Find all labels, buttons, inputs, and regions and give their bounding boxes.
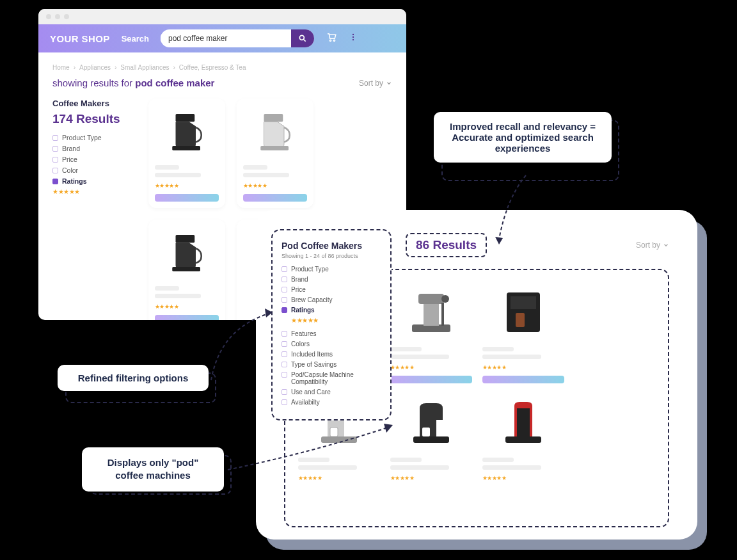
product-card[interactable]: ★★★★★: [482, 283, 564, 383]
filter-label: Colors: [291, 340, 310, 348]
svg-point-5: [353, 36, 354, 38]
filter-ratings[interactable]: Ratings: [281, 307, 381, 314]
product-card[interactable]: ★★★★★: [482, 394, 564, 486]
search-input[interactable]: [161, 34, 291, 43]
search-box: [161, 29, 314, 47]
search-icon: [298, 34, 307, 43]
svg-point-0: [299, 35, 304, 40]
svg-rect-27: [330, 428, 338, 436]
results-count-box: 86 Results: [406, 233, 487, 257]
product-card[interactable]: ★★★★★: [148, 220, 225, 320]
filter-label: Brand: [62, 145, 80, 152]
filter-product-type[interactable]: Product Type: [281, 266, 381, 273]
breadcrumb-item[interactable]: Small Appliances: [120, 64, 169, 71]
callout-pod-only: Displays only "pod" coffee machines: [82, 447, 224, 492]
product-image: [155, 106, 219, 157]
filter-use-care[interactable]: Use and Care: [281, 388, 381, 396]
svg-point-3: [333, 40, 335, 41]
svg-rect-12: [172, 267, 200, 271]
filter-price[interactable]: Price: [52, 156, 136, 163]
svg-rect-20: [424, 304, 439, 326]
product-image: [390, 283, 472, 340]
svg-rect-22: [441, 303, 444, 326]
menu-icon[interactable]: [349, 33, 358, 44]
results-count: 174 Results: [52, 112, 136, 126]
svg-rect-25: [516, 313, 525, 327]
svg-rect-24: [511, 296, 536, 309]
callout-recall-relevancy: Improved recall and relevancy = Accurate…: [434, 112, 612, 163]
filter-label: Use and Care: [291, 388, 331, 396]
product-image: [482, 394, 564, 451]
sort-by-dropdown[interactable]: Sort by: [636, 241, 669, 250]
showing-results: showing results for pod coffee maker: [52, 77, 214, 88]
product-card[interactable]: ★★★★★: [390, 394, 472, 486]
search-button[interactable]: [291, 29, 314, 47]
filter-label: Included Items: [291, 351, 333, 358]
svg-point-2: [329, 40, 331, 41]
filter-availability[interactable]: Availabilty: [281, 399, 381, 406]
filter-colors[interactable]: Colors: [281, 340, 381, 348]
filter-label: Features: [291, 330, 316, 337]
svg-rect-8: [172, 146, 200, 150]
filter-pod-compatibility[interactable]: Pod/Capsule Machine Compatibility: [281, 371, 381, 385]
svg-rect-10: [260, 146, 289, 150]
breadcrumb-item[interactable]: Appliances: [79, 64, 111, 71]
chevron-down-icon: [663, 242, 669, 248]
filter-label: Brand: [291, 276, 308, 283]
search-label: Search: [122, 34, 149, 44]
svg-line-1: [304, 40, 306, 42]
shop-logo: YOUR SHOP: [50, 33, 110, 44]
filter-label: Ratings: [291, 307, 315, 314]
category-title: Coffee Makers: [52, 99, 136, 108]
filter-label: Ratings: [62, 177, 87, 185]
svg-rect-30: [505, 436, 541, 443]
filter-savings[interactable]: Type of Savings: [281, 361, 381, 368]
filter-brand[interactable]: Brand: [281, 276, 381, 283]
filter-features[interactable]: Features: [281, 330, 381, 337]
results-header: showing results for pod coffee maker Sor…: [52, 77, 392, 88]
filter-label: Product Type: [62, 134, 102, 141]
svg-rect-29: [422, 428, 430, 436]
p3-results-wrap: 86 Results: [406, 233, 487, 257]
showing-prefix: showing results for: [52, 77, 135, 88]
filter-label: Price: [62, 156, 77, 163]
sort-label: Sort by: [359, 79, 383, 88]
filter-sidebar: Coffee Makers 174 Results Product Type B…: [52, 99, 136, 320]
product-card[interactable]: ★★★★★: [237, 99, 313, 208]
shop-nav: YOUR SHOP Search: [38, 24, 406, 52]
sort-by-dropdown[interactable]: Sort by: [359, 79, 392, 88]
breadcrumb: Home› Appliances› Small Appliances› Coff…: [52, 64, 392, 71]
filter-color[interactable]: Color: [52, 166, 136, 174]
rating-stars: ★★★★★: [291, 317, 381, 324]
breadcrumb-item[interactable]: Coffee, Espresso & Tea: [179, 64, 246, 71]
svg-rect-26: [321, 436, 357, 443]
filter-label: Price: [291, 286, 306, 293]
showing-query: pod coffee maker: [135, 77, 214, 88]
cart-icon[interactable]: [326, 31, 337, 45]
filter-brand[interactable]: Brand: [52, 145, 136, 152]
svg-rect-9: [264, 114, 283, 122]
filter-label: Color: [62, 166, 78, 174]
window-dot: [64, 14, 69, 19]
product-card[interactable]: ★★★★★: [148, 99, 225, 208]
rating-stars: ★★★★★: [52, 188, 136, 195]
product-image: [482, 283, 564, 340]
filter-product-type[interactable]: Product Type: [52, 134, 136, 141]
callout-refined-filtering: Refined filtering options: [58, 365, 209, 391]
filter-brew-capacity[interactable]: Brew Capacity: [281, 296, 381, 303]
svg-point-4: [353, 34, 354, 35]
browser-titlebar: [38, 9, 406, 24]
svg-rect-28: [413, 436, 449, 443]
filter-ratings[interactable]: Ratings: [52, 177, 136, 185]
filter-label: Availabilty: [291, 399, 320, 406]
product-image: [155, 227, 219, 278]
product-card[interactable]: ★★★★★: [390, 283, 472, 383]
filter-price[interactable]: Price: [281, 286, 381, 293]
window-dot: [46, 14, 51, 19]
panel2-title: Pod Coffee Makers: [281, 241, 381, 251]
breadcrumb-item[interactable]: Home: [52, 64, 70, 71]
filter-label: Type of Savings: [291, 361, 337, 368]
sort-label: Sort by: [636, 241, 660, 250]
filter-label: Product Type: [291, 266, 329, 273]
filter-included-items[interactable]: Included Items: [281, 351, 381, 358]
